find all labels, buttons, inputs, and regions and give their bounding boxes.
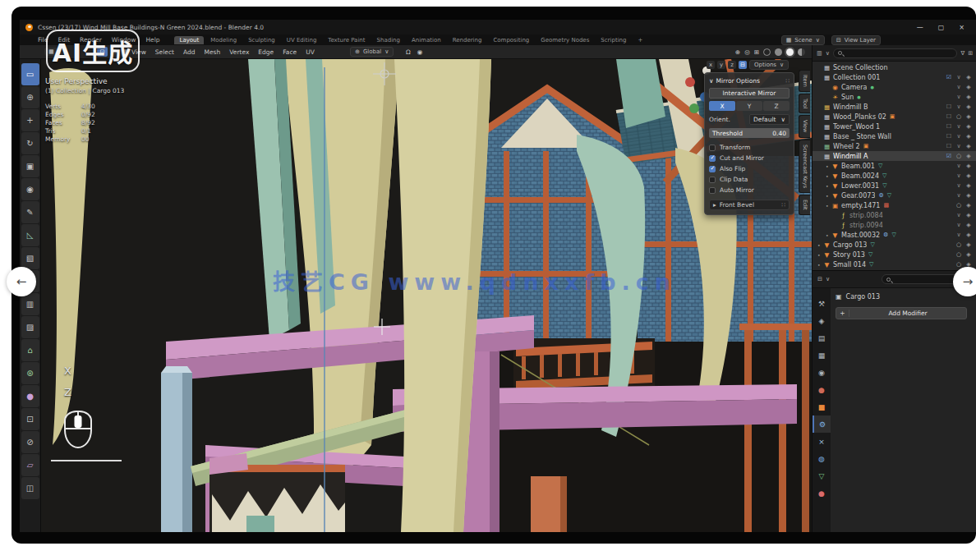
disable-render-toggle[interactable]: ◈: [964, 113, 974, 120]
material-shading-button[interactable]: [786, 48, 794, 56]
exclude-checkbox[interactable]: ☑: [944, 74, 954, 80]
hide-viewport-toggle[interactable]: ∨: [954, 192, 964, 199]
outliner-row[interactable]: ▦ Wheel 2 ▣ ☐ ∨ ◈: [813, 141, 976, 151]
tool-measure[interactable]: ◺: [21, 224, 39, 246]
viewport-menu-item[interactable]: Mesh: [204, 48, 220, 56]
tool-poly-build[interactable]: ⌂: [21, 339, 39, 361]
tab-tool[interactable]: ⚒: [813, 295, 831, 312]
tab-constraints[interactable]: ◍: [813, 450, 831, 467]
editor-type-icon[interactable]: ▥: [817, 50, 822, 57]
hide-viewport-toggle[interactable]: ○: [954, 113, 964, 120]
add-modifier-button[interactable]: + Add Modifier: [836, 307, 967, 319]
mirror-option-row[interactable]: Transform: [709, 142, 790, 153]
tab-render[interactable]: ◈: [813, 312, 831, 329]
disable-render-toggle[interactable]: ◈: [964, 182, 974, 189]
sidebar-tab[interactable]: Screencast Keys: [799, 140, 810, 193]
workspace-tab[interactable]: UV Editing: [282, 36, 322, 44]
exclude-checkbox[interactable]: ☑: [944, 153, 954, 159]
minimize-button[interactable]: —: [917, 24, 923, 31]
axis-toggle[interactable]: Z: [763, 101, 790, 111]
checkbox[interactable]: [709, 187, 716, 194]
sidebar-tab[interactable]: Tool: [799, 94, 810, 114]
hide-viewport-toggle[interactable]: ∨: [954, 94, 964, 100]
outliner-row[interactable]: ◉ Camera ● ∨ ◈: [813, 82, 976, 92]
workspace-tab[interactable]: Sculpting: [243, 36, 280, 44]
tab-material[interactable]: ●: [813, 484, 831, 502]
disable-render-toggle[interactable]: ◈: [964, 133, 974, 140]
tool-annotate[interactable]: ✎: [21, 201, 39, 223]
orientation-selector[interactable]: ⊕ Global ∨: [350, 47, 394, 57]
outliner-row[interactable]: • ▼ Story 013 ▽ ○ ◈: [813, 250, 976, 259]
collapsed-subpanel[interactable]: ▸ Front Bevel ∷: [709, 200, 790, 210]
workspace-tab[interactable]: +: [633, 36, 647, 44]
disable-render-toggle[interactable]: ◈: [964, 84, 974, 90]
outliner-row[interactable]: ▦ Wood_Planks 02 ▣ ☐ ○ ◈: [813, 112, 976, 122]
tool-shear[interactable]: ▱: [21, 454, 39, 476]
outliner-row[interactable]: • ▼ Gear.0073 ⚙ ▽ ∨ ◈: [813, 190, 976, 200]
hide-viewport-toggle[interactable]: ∨: [954, 123, 964, 130]
disable-render-toggle[interactable]: ◈: [964, 74, 974, 80]
outliner-row[interactable]: • ▼ Lower.0031 ▽ ∨ ◈: [813, 181, 976, 190]
filter-icon[interactable]: ∇: [960, 50, 964, 57]
viewport-menu-item[interactable]: UV: [306, 48, 315, 56]
workspace-tab[interactable]: Rendering: [448, 36, 487, 44]
outliner-row[interactable]: ▦ Windmill B ☐ ∨ ◈: [813, 102, 976, 112]
panel-menu-icon[interactable]: ∷: [785, 77, 790, 85]
sidebar-tab[interactable]: View: [799, 115, 810, 137]
exclude-checkbox[interactable]: ☐: [944, 103, 954, 110]
exclude-checkbox[interactable]: ☐: [944, 133, 954, 140]
hide-viewport-toggle[interactable]: ∨: [954, 84, 964, 90]
disable-render-toggle[interactable]: ◈: [964, 202, 974, 209]
outliner-row[interactable]: ☀ Sun ● ∨ ◈: [813, 92, 976, 102]
row-scene-collection[interactable]: ▦ Scene Collection: [813, 62, 976, 72]
mirror-z-toggle[interactable]: z: [728, 61, 736, 69]
viewport-menu-item[interactable]: Face: [283, 48, 297, 56]
disable-render-toggle[interactable]: ◈: [964, 251, 974, 258]
xray-toggle-icon[interactable]: ⊞: [754, 48, 759, 56]
outliner-row[interactable]: • ▼ Small 014 ▽ ○ ◈: [813, 259, 976, 269]
mirror-panel-header[interactable]: ∨ Mirror Options ∷: [709, 76, 790, 85]
tool-inset[interactable]: ⊘: [21, 431, 39, 453]
workspace-tab[interactable]: Shading: [372, 36, 405, 44]
tool-cursor[interactable]: ⊕: [21, 86, 39, 108]
outliner-row[interactable]: ▦ Collection 001 ☑ ∨ ◈: [813, 72, 976, 82]
workspace-tab[interactable]: Compositing: [488, 36, 534, 44]
wireframe-shading-button[interactable]: [763, 48, 771, 56]
tab-object[interactable]: ■: [813, 398, 831, 415]
disable-render-toggle[interactable]: ◈: [964, 192, 974, 199]
tool-knife[interactable]: ▨: [21, 316, 39, 338]
disable-render-toggle[interactable]: ◈: [964, 241, 974, 248]
outliner-row[interactable]: ▦ Tower_Wood 1 ☐ ∨ ◈: [813, 122, 976, 131]
tool-select-box[interactable]: ▭: [21, 63, 39, 85]
interactive-mirror-button[interactable]: Interactive Mirror: [709, 88, 790, 99]
workspace-tab[interactable]: Modeling: [205, 36, 242, 44]
tool-add-cube[interactable]: ▧: [21, 247, 39, 269]
hide-viewport-toggle[interactable]: ∨: [954, 222, 964, 228]
checkbox[interactable]: [709, 177, 716, 183]
disable-render-toggle[interactable]: ◈: [964, 94, 974, 100]
hide-viewport-toggle[interactable]: ∨: [954, 232, 964, 238]
outliner-row[interactable]: • ▼ Beam.0024 ▽ ∨ ◈: [813, 171, 976, 181]
proportional-icon[interactable]: ⊟: [739, 61, 747, 69]
exclude-checkbox[interactable]: ☐: [944, 123, 954, 130]
mirror-x-toggle[interactable]: x: [707, 61, 715, 69]
exclude-checkbox[interactable]: ☐: [944, 143, 954, 149]
disable-render-toggle[interactable]: ◈: [964, 222, 974, 228]
editor-type-icon[interactable]: ⊟: [817, 276, 822, 282]
checkbox[interactable]: [709, 155, 716, 162]
hide-viewport-toggle[interactable]: ∨: [954, 182, 964, 189]
tool-transform[interactable]: ◉: [21, 178, 39, 200]
tool-smooth[interactable]: ●: [21, 385, 39, 407]
rendered-shading-button[interactable]: [798, 48, 805, 56]
tool-rotate[interactable]: ↻: [21, 132, 39, 154]
orient-dropdown[interactable]: Default ∨: [749, 114, 790, 125]
disable-render-toggle[interactable]: ◈: [964, 232, 974, 238]
tool-move[interactable]: +: [21, 109, 39, 131]
hide-viewport-toggle[interactable]: ∨: [954, 212, 964, 218]
outliner-options-icon[interactable]: ⊞: [968, 50, 973, 57]
workspace-tab[interactable]: Animation: [407, 36, 446, 44]
tool-spin[interactable]: ⊛: [21, 362, 39, 384]
exclude-checkbox[interactable]: ☐: [944, 113, 954, 120]
hide-viewport-toggle[interactable]: ○: [954, 241, 964, 248]
mirror-y-toggle[interactable]: y: [717, 61, 725, 69]
